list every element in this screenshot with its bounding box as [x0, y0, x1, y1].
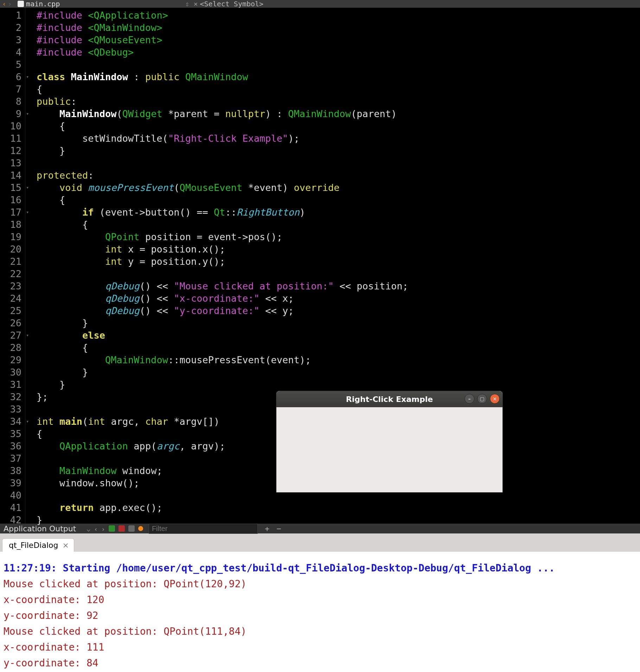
- code-line[interactable]: setWindowTitle("Right-Click Example");: [37, 132, 640, 145]
- console-line: x-coordinate: 120: [4, 592, 636, 608]
- fold-toggle-icon[interactable]: ▾: [26, 74, 29, 79]
- code-editor[interactable]: 1234567891011121314151617181920212223242…: [0, 8, 640, 524]
- line-number: 38: [5, 465, 21, 477]
- code-line[interactable]: int y = position.y();: [37, 255, 640, 268]
- code-line[interactable]: qDebug() << "y-coordinate:" << y;: [37, 305, 640, 317]
- fold-toggle-icon[interactable]: ▾: [26, 185, 29, 190]
- code-line[interactable]: {: [37, 194, 640, 206]
- code-line[interactable]: [37, 157, 640, 169]
- line-number: 32: [5, 391, 21, 403]
- code-line[interactable]: [37, 268, 640, 280]
- code-line[interactable]: {: [37, 218, 640, 231]
- code-line[interactable]: if (event->button() == Qt::RightButton): [37, 206, 640, 218]
- line-number: 35: [5, 428, 21, 440]
- history-fwd-icon[interactable]: ›: [101, 525, 105, 532]
- code-line[interactable]: }: [37, 317, 640, 329]
- separator-icon: ⇕: [185, 0, 189, 8]
- example-app-window[interactable]: Right-Click Example – ▢ ×: [276, 391, 503, 493]
- code-line[interactable]: }: [37, 366, 640, 378]
- code-line[interactable]: {: [37, 120, 640, 132]
- line-number: 39: [5, 477, 21, 489]
- code-line[interactable]: int x = position.x();: [37, 243, 640, 255]
- window-close-button[interactable]: ×: [490, 394, 500, 404]
- code-line[interactable]: protected:: [37, 169, 640, 181]
- line-number-gutter: 1234567891011121314151617181920212223242…: [0, 8, 25, 524]
- history-back-icon[interactable]: ‹: [94, 525, 98, 532]
- line-number: 26: [5, 317, 21, 329]
- attach-icon[interactable]: ⌵: [87, 525, 90, 532]
- code-line[interactable]: return app.exec();: [37, 501, 640, 514]
- code-line[interactable]: }: [37, 514, 640, 526]
- line-number: 7: [5, 83, 21, 95]
- nav-forward-icon[interactable]: ›: [8, 0, 12, 8]
- fold-toggle-icon[interactable]: ▾: [26, 111, 29, 116]
- code-line[interactable]: else: [37, 329, 640, 341]
- code-line[interactable]: #include <QApplication>: [37, 9, 640, 21]
- code-line[interactable]: #include <QMainWindow>: [37, 21, 640, 34]
- line-number: 27: [5, 329, 21, 341]
- line-number: 34: [5, 415, 21, 428]
- line-number: 10: [5, 120, 21, 132]
- line-number: 15: [5, 181, 21, 194]
- line-number: 13: [5, 157, 21, 169]
- symbol-close-icon[interactable]: ×: [193, 0, 198, 8]
- console-line: y-coordinate: 84: [4, 655, 636, 671]
- line-number: 36: [5, 440, 21, 452]
- line-number: 40: [5, 489, 21, 501]
- window-minimize-button[interactable]: –: [465, 394, 474, 404]
- line-number: 8: [5, 95, 21, 108]
- code-line[interactable]: }: [37, 378, 640, 391]
- nav-back-icon[interactable]: ‹: [2, 0, 6, 8]
- code-line[interactable]: #include <QDebug>: [37, 46, 640, 58]
- line-number: 3: [5, 34, 21, 46]
- code-line[interactable]: [37, 58, 640, 71]
- line-number: 2: [5, 21, 21, 34]
- line-number: 9: [5, 108, 21, 120]
- symbol-selector[interactable]: <Select Symbol>: [200, 0, 264, 8]
- fold-toggle-icon[interactable]: ▾: [26, 209, 29, 215]
- code-line[interactable]: {: [37, 341, 640, 354]
- window-maximize-button[interactable]: ▢: [477, 394, 487, 404]
- reload-icon[interactable]: [128, 525, 135, 532]
- code-line[interactable]: QMainWindow::mousePressEvent(event);: [37, 354, 640, 366]
- console-line: x-coordinate: 111: [4, 639, 636, 655]
- line-number: 28: [5, 341, 21, 354]
- line-number: 14: [5, 169, 21, 181]
- line-number: 37: [5, 452, 21, 465]
- fold-toggle-icon[interactable]: ▾: [26, 418, 29, 424]
- file-tab[interactable]: main.cpp: [14, 0, 63, 8]
- output-tab[interactable]: qt_FileDialog ×: [2, 538, 74, 552]
- code-line[interactable]: MainWindow(QWidget *parent = nullptr) : …: [37, 108, 640, 120]
- line-number: 25: [5, 305, 21, 317]
- console-line: y-coordinate: 92: [4, 608, 636, 623]
- line-number: 20: [5, 243, 21, 255]
- line-number: 31: [5, 378, 21, 391]
- code-line[interactable]: class MainWindow : public QMainWindow: [37, 71, 640, 83]
- code-line[interactable]: void mousePressEvent(QMouseEvent *event)…: [37, 181, 640, 194]
- run-button[interactable]: [109, 525, 115, 532]
- fold-toggle-icon[interactable]: ▾: [26, 332, 29, 338]
- file-tab-label: main.cpp: [26, 0, 60, 8]
- line-number: 4: [5, 46, 21, 58]
- code-line[interactable]: {: [37, 83, 640, 95]
- stop-button[interactable]: [119, 525, 125, 532]
- editor-tabstrip: ‹ › main.cpp ⇕ × <Select Symbol>: [0, 0, 640, 8]
- code-line[interactable]: QPoint position = event->pos();: [37, 231, 640, 243]
- line-number: 18: [5, 218, 21, 231]
- line-number: 23: [5, 280, 21, 292]
- line-number: 19: [5, 231, 21, 243]
- code-line[interactable]: #include <QMouseEvent>: [37, 34, 640, 46]
- window-titlebar[interactable]: Right-Click Example – ▢ ×: [276, 391, 503, 407]
- code-line[interactable]: public:: [37, 95, 640, 108]
- fold-column[interactable]: ▾▾▾▾▾▾: [25, 8, 32, 524]
- application-output-console[interactable]: 11:27:19: Starting /home/user/qt_cpp_tes…: [0, 552, 640, 672]
- line-number: 33: [5, 403, 21, 415]
- code-line[interactable]: }: [37, 145, 640, 157]
- line-number: 16: [5, 194, 21, 206]
- code-line[interactable]: qDebug() << "x-coordinate:" << x;: [37, 292, 640, 305]
- output-tab-label: qt_FileDialog: [9, 541, 58, 550]
- output-tab-close-icon[interactable]: ×: [62, 541, 69, 550]
- code-line[interactable]: qDebug() << "Mouse clicked at position:"…: [37, 280, 640, 292]
- line-number: 21: [5, 255, 21, 268]
- line-number: 5: [5, 58, 21, 71]
